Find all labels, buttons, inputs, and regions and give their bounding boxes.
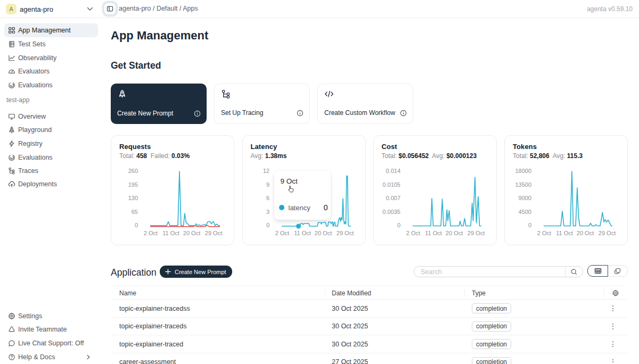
svg-text:0.007: 0.007	[386, 195, 400, 201]
svg-text:11 Oct: 11 Oct	[294, 230, 311, 236]
svg-text:195: 195	[128, 181, 138, 188]
svg-text:0.0105: 0.0105	[382, 181, 400, 188]
svg-text:18000: 18000	[515, 168, 531, 174]
svg-text:0: 0	[135, 222, 138, 228]
svg-text:2 Oct: 2 Oct	[406, 230, 420, 236]
svg-text:2 Oct: 2 Oct	[144, 230, 158, 236]
svg-text:29 Oct: 29 Oct	[336, 230, 353, 236]
svg-text:11 Oct: 11 Oct	[556, 230, 573, 236]
svg-text:0: 0	[266, 222, 269, 228]
svg-text:12: 12	[263, 168, 269, 174]
svg-text:0: 0	[397, 222, 400, 228]
svg-text:20 Oct: 20 Oct	[577, 230, 594, 236]
svg-text:0.0035: 0.0035	[382, 209, 400, 215]
svg-text:20 Oct: 20 Oct	[183, 230, 200, 236]
svg-text:11 Oct: 11 Oct	[162, 230, 179, 236]
svg-text:29 Oct: 29 Oct	[467, 230, 484, 236]
svg-text:4500: 4500	[519, 209, 531, 215]
svg-text:29 Oct: 29 Oct	[599, 230, 616, 236]
svg-text:2 Oct: 2 Oct	[537, 230, 551, 236]
svg-text:6: 6	[266, 195, 269, 201]
svg-text:130: 130	[128, 195, 138, 201]
svg-text:3: 3	[266, 209, 269, 215]
svg-text:0.014: 0.014	[386, 168, 400, 174]
svg-text:13500: 13500	[515, 181, 531, 188]
svg-text:20 Oct: 20 Oct	[445, 230, 462, 236]
svg-text:260: 260	[128, 168, 138, 174]
svg-text:65: 65	[132, 209, 138, 215]
svg-text:11 Oct: 11 Oct	[425, 230, 442, 236]
svg-text:9: 9	[266, 181, 269, 188]
svg-text:9000: 9000	[519, 195, 531, 201]
svg-text:29 Oct: 29 Oct	[205, 230, 222, 236]
svg-text:2 Oct: 2 Oct	[275, 230, 289, 236]
svg-text:0: 0	[528, 222, 531, 228]
svg-text:20 Oct: 20 Oct	[314, 230, 331, 236]
